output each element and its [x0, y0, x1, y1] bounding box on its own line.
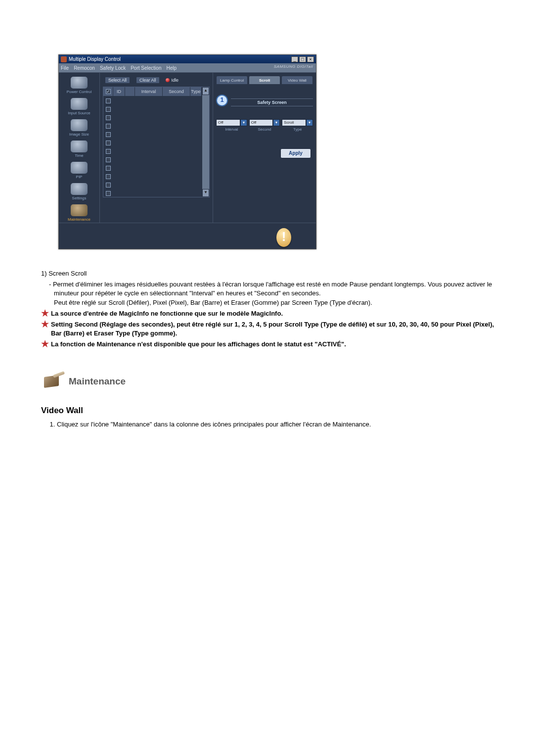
star-icon: ★ [41, 309, 48, 318]
tab-scroll[interactable]: Scroll [249, 76, 280, 85]
table-row[interactable] [103, 139, 202, 147]
table-row[interactable] [103, 181, 202, 189]
sidebar-item-settings[interactable]: Settings [62, 183, 96, 200]
ordered-list: Cliquez sur l'icône "Maintenance" dans l… [47, 420, 500, 429]
tab-video-wall[interactable]: Video Wall [281, 76, 313, 85]
section-title: Maintenance [69, 375, 126, 388]
select-all-button[interactable]: Select All [105, 77, 130, 84]
table-row[interactable] [103, 155, 202, 164]
brand-label: SAMSUNG DIGITall [274, 64, 313, 69]
box-icon [41, 374, 63, 390]
row-checkbox[interactable] [106, 157, 111, 162]
time-icon [71, 141, 88, 152]
table-row[interactable] [103, 147, 202, 155]
second-label: Second [249, 127, 280, 132]
menu-port-selection[interactable]: Port Selection [131, 65, 161, 71]
tab-lamp-control[interactable]: Lamp Control [216, 76, 248, 85]
menu-file[interactable]: File [61, 65, 69, 71]
sidebar-item-pip[interactable]: PIP [62, 162, 96, 179]
menubar: File Remocon Safety Lock Port Selection … [59, 63, 316, 73]
maximize-button[interactable]: □ [299, 56, 306, 62]
window-title: Multiple Display Control [69, 56, 121, 62]
table-row[interactable] [103, 105, 202, 113]
list-item: Cliquez sur l'icône "Maintenance" dans l… [57, 420, 500, 429]
chevron-down-icon: ▾ [240, 119, 247, 126]
interval-dropdown[interactable]: Off ▾ [216, 119, 247, 126]
table-row[interactable] [103, 130, 202, 139]
note-line: ★ La source d'entrée de MagicInfo ne fon… [41, 309, 500, 318]
list-subitem: - Permet d'éliminer les images résiduell… [54, 280, 500, 298]
sidebar-item-label: Image Size [69, 132, 89, 137]
row-checkbox[interactable] [106, 98, 111, 103]
row-checkbox[interactable] [106, 124, 111, 129]
row-checkbox[interactable] [106, 166, 111, 171]
display-grid: ID Interval Second Type [103, 87, 210, 197]
app-footer: ! [59, 223, 316, 249]
table-row[interactable] [103, 164, 202, 172]
maintenance-icon [71, 204, 88, 216]
sidebar-item-label: Maintenance [68, 217, 90, 222]
menu-remocon[interactable]: Remocon [74, 65, 95, 71]
col-status [125, 87, 135, 96]
table-row[interactable] [103, 189, 202, 197]
body-text: 1) Screen Scroll - Permet d'éliminer les… [41, 269, 500, 429]
menu-help[interactable]: Help [166, 65, 177, 71]
app-window: Multiple Display Control _ □ × File Remo… [58, 54, 316, 249]
table-row[interactable] [103, 113, 202, 122]
pip-icon [71, 162, 88, 174]
apply-button[interactable]: Apply [280, 148, 311, 158]
sidebar-item-label: Time [75, 153, 83, 158]
power-icon [71, 77, 88, 89]
scroll-up-icon[interactable]: ▲ [202, 87, 209, 95]
row-checkbox[interactable] [106, 141, 111, 145]
row-checkbox[interactable] [106, 132, 111, 137]
table-row[interactable] [103, 122, 202, 130]
table-row[interactable] [103, 172, 202, 181]
col-second[interactable]: Second [163, 87, 190, 96]
image-size-icon [71, 119, 88, 131]
row-checkbox[interactable] [106, 107, 111, 112]
scroll-down-icon[interactable]: ▼ [202, 189, 209, 197]
sidebar: Power Control Input Source Image Size Ti… [59, 73, 100, 223]
row-checkbox[interactable] [106, 174, 111, 179]
note-line: ★ La fonction de Maintenance n'est dispo… [41, 340, 500, 349]
safety-screen-title: Safety Screen [231, 98, 313, 106]
idle-label: Idle [172, 78, 179, 83]
dropdown-value: Scroll [282, 119, 306, 126]
scrollbar[interactable]: ▲ ▼ [202, 87, 209, 197]
sidebar-item-label: Settings [72, 196, 87, 200]
titlebar: Multiple Display Control _ □ × [59, 55, 316, 63]
note-text: La fonction de Maintenance n'est disponi… [51, 340, 500, 349]
row-checkbox[interactable] [106, 149, 111, 154]
col-interval[interactable]: Interval [135, 87, 163, 96]
section-heading: Maintenance [41, 374, 500, 390]
right-panel: Lamp Control Scroll Video Wall 1 Safety … [213, 73, 316, 223]
second-dropdown[interactable]: Off ▾ [249, 119, 280, 126]
clear-all-button[interactable]: Clear All [136, 77, 160, 84]
header-checkbox[interactable] [106, 89, 111, 94]
close-button[interactable]: × [307, 56, 314, 62]
sidebar-item-input-source[interactable]: Input Source [62, 98, 96, 115]
col-id[interactable]: ID [113, 87, 125, 96]
type-dropdown[interactable]: Scroll ▾ [282, 119, 313, 126]
row-checkbox[interactable] [106, 191, 111, 196]
dropdown-value: Off [249, 119, 273, 126]
row-checkbox[interactable] [106, 183, 111, 188]
idle-status: Idle [166, 78, 179, 83]
warning-icon: ! [276, 228, 291, 247]
dropdown-value: Off [216, 119, 240, 126]
table-row[interactable] [103, 96, 202, 105]
col-type[interactable]: Type [190, 87, 202, 96]
chevron-down-icon: ▾ [273, 119, 280, 126]
type-label: Type [282, 127, 313, 132]
sidebar-item-power-control[interactable]: Power Control [62, 77, 96, 94]
sidebar-item-maintenance[interactable]: Maintenance [62, 204, 96, 222]
minimize-button[interactable]: _ [291, 56, 298, 62]
menu-safety-lock[interactable]: Safety Lock [100, 65, 126, 71]
chevron-down-icon: ▾ [306, 119, 313, 126]
row-checkbox[interactable] [106, 115, 111, 120]
sidebar-item-label: Input Source [68, 111, 90, 115]
subsection-title: Video Wall [41, 405, 500, 417]
sidebar-item-time[interactable]: Time [62, 141, 96, 158]
sidebar-item-image-size[interactable]: Image Size [62, 119, 96, 137]
